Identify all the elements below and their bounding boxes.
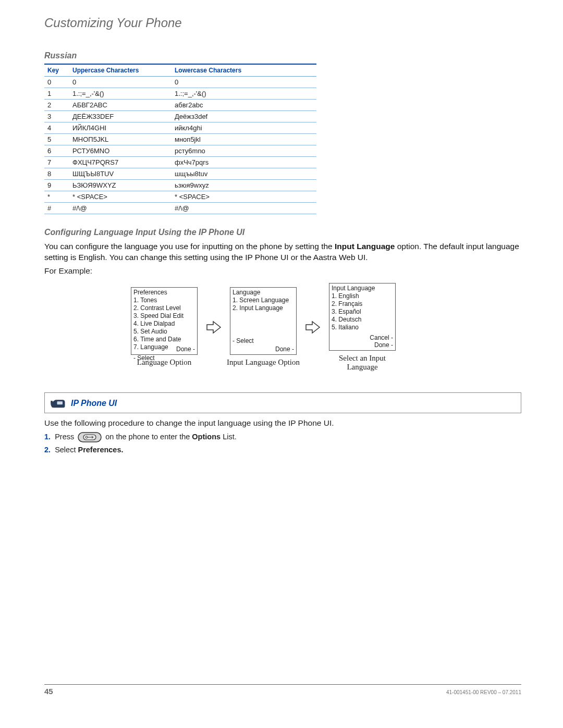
menu-item: 1. Screen Language	[232, 297, 294, 304]
table-cell: 3	[44, 111, 69, 122]
table-cell: ЬЗЮЯ9WXYZ	[69, 180, 172, 191]
menu-item: 1. Tones	[133, 297, 195, 304]
step-number: 2.	[44, 446, 51, 454]
table-row: 2АБВГ2ABCабвг2abc	[44, 100, 316, 111]
subsection-heading-config: Configuring Language Input Using the IP …	[44, 228, 521, 237]
menu-item: 2. Contrast Level	[133, 304, 195, 312]
table-cell: АБВГ2ABC	[69, 100, 172, 111]
arrow-right-icon	[206, 320, 222, 335]
table-cell: 6	[44, 145, 69, 157]
table-row: 5МНОП5JKLмноп5jkl	[44, 134, 316, 145]
config-paragraph: You can configure the language you use f…	[44, 241, 521, 263]
table-row: 6РСТУ6MNOрсту6mno	[44, 145, 316, 157]
doc-revision: 41-001451-00 REV00 – 07.2011	[446, 689, 521, 695]
table-cell: #/\@	[69, 203, 172, 214]
menu-box-language: Language 1. Screen Language2. Input Lang…	[230, 287, 297, 355]
text: Select	[55, 446, 78, 454]
table-cell: абвг2abc	[172, 100, 316, 111]
table-cell: * <SPACE>	[69, 191, 172, 203]
menu-done: Done -	[275, 346, 294, 353]
menu-title: Preferences	[133, 289, 195, 297]
table-row: 3ДЕЁЖЗ3DEFДеёжз3def	[44, 111, 316, 122]
text: Press	[55, 433, 76, 441]
table-row: 7ФХЦЧ7PQRS7фхЧч7pqrs	[44, 157, 316, 168]
flow-col-3: Input Language 1. English2. Français3. E…	[326, 283, 399, 372]
table-cell: #	[44, 203, 69, 214]
menu-item: 4. Live Dialpad	[133, 320, 195, 328]
table-cell: 0	[69, 77, 172, 88]
table-cell: МНОП5JKL	[69, 134, 172, 145]
table-cell: фхЧч7pqrs	[172, 157, 316, 168]
text-bold: Preferences.	[78, 446, 123, 454]
menu-done: Done -	[176, 346, 195, 353]
table-row: 000	[44, 77, 316, 88]
table-cell: 9	[44, 180, 69, 191]
table-cell: РСТУ6MNO	[69, 145, 172, 157]
table-cell: #/\@	[172, 203, 316, 214]
table-header: Lowercase Characters	[172, 64, 316, 77]
menu-item: 6. Time and Date	[133, 336, 195, 343]
flow-col-1: Preferences 1. Tones2. Contrast Level3. …	[128, 287, 201, 367]
box-caption: Select an Input Language	[326, 354, 399, 372]
menu-item: 2. Input Language	[232, 304, 294, 312]
ip-phone-ui-box: IP Phone UI	[44, 392, 521, 413]
table-cell: ШЩЪЫ8TUV	[69, 168, 172, 180]
table-cell: ДЕЁЖЗ3DEF	[69, 111, 172, 122]
menu-item: 1. English	[332, 292, 393, 300]
table-cell: 2	[44, 100, 69, 111]
step-number: 1.	[44, 433, 51, 441]
flow-diagram: Preferences 1. Tones2. Contrast Level3. …	[128, 283, 521, 372]
table-cell: ийкл4ghi	[172, 122, 316, 134]
page-number: 45	[44, 687, 53, 696]
menu-title: Language	[232, 289, 294, 297]
table-cell: * <SPACE>	[172, 191, 316, 203]
table-cell: 5	[44, 134, 69, 145]
table-cell: шщъы8tuv	[172, 168, 316, 180]
menu-box-input-language: Input Language 1. English2. Français3. E…	[329, 283, 396, 351]
table-cell: 0	[172, 77, 316, 88]
text: You can configure the language you use f…	[44, 242, 335, 251]
menu-select: - Select	[232, 337, 254, 345]
table-cell: 1.:;=_,-'&()	[172, 88, 316, 100]
russian-char-table: KeyUppercase CharactersLowercase Charact…	[44, 64, 316, 214]
svg-rect-0	[57, 401, 63, 404]
menu-item: 5. Set Audio	[133, 328, 195, 336]
menu-box-preferences: Preferences 1. Tones2. Contrast Level3. …	[131, 287, 198, 355]
text: List.	[221, 433, 237, 441]
step-list: 1. Press on the phone to enter the Optio…	[44, 432, 521, 454]
box-caption: Input Language Option	[227, 358, 300, 367]
table-cell: *	[44, 191, 69, 203]
menu-item: 4. Deutsch	[332, 316, 393, 324]
table-cell: рсту6mno	[172, 145, 316, 157]
table-cell: ИЙКЛ4GHI	[69, 122, 172, 134]
table-header: Uppercase Characters	[69, 64, 172, 77]
step-2: 2. Select Preferences.	[44, 446, 521, 454]
table-cell: 4	[44, 122, 69, 134]
instruction-text: Use the following procedure to change th…	[44, 418, 521, 428]
table-row: 8ШЩЪЫ8TUVшщъы8tuv	[44, 168, 316, 180]
arrow-right-icon	[305, 320, 321, 335]
table-cell: 1.:;=_,-'&()	[69, 88, 172, 100]
chapter-title: Customizing Your Phone	[44, 16, 521, 30]
table-cell: 8	[44, 168, 69, 180]
table-cell: Деёжз3def	[172, 111, 316, 122]
menu-item: 3. Speed Dial Edit	[133, 312, 195, 320]
table-row: ** <SPACE>* <SPACE>	[44, 191, 316, 203]
section-heading-russian: Russian	[44, 51, 521, 60]
menu-item: 5. Italiano	[332, 324, 393, 331]
table-cell: 7	[44, 157, 69, 168]
step-1: 1. Press on the phone to enter the Optio…	[44, 432, 521, 442]
menu-cancel: Cancel -	[370, 334, 393, 342]
table-row: 11.:;=_,-'&()1.:;=_,-'&()	[44, 88, 316, 100]
table-cell: 1	[44, 88, 69, 100]
text-bold: Options	[192, 433, 221, 441]
menu-item: 2. Français	[332, 300, 393, 308]
for-example: For Example:	[44, 266, 521, 276]
table-row: 9ЬЗЮЯ9WXYZьзюя9wxyz	[44, 180, 316, 191]
menu-select: - Select	[133, 354, 195, 362]
menu-title: Input Language	[332, 285, 393, 292]
table-cell: 0	[44, 77, 69, 88]
options-key-icon	[78, 432, 102, 442]
text: on the phone to enter the	[105, 433, 192, 441]
ui-box-title: IP Phone UI	[71, 399, 117, 408]
